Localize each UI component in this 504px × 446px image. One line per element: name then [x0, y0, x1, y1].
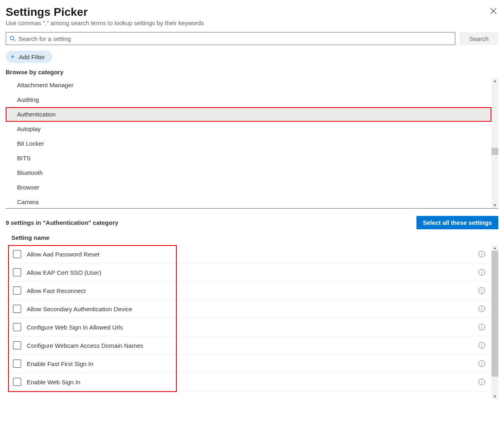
plus-icon: + — [11, 53, 15, 60]
info-icon[interactable]: i — [478, 379, 485, 385]
setting-name-label: Allow EAP Cert SSO (User) — [27, 269, 478, 276]
close-icon — [490, 8, 497, 14]
category-item[interactable]: Camera — [6, 195, 491, 208]
info-icon[interactable]: i — [478, 360, 485, 367]
setting-checkbox[interactable] — [13, 250, 21, 258]
category-list: Attachment ManagerAuditingAuthentication… — [6, 78, 491, 208]
category-item[interactable]: Attachment Manager — [6, 78, 491, 93]
setting-checkbox[interactable] — [13, 360, 21, 368]
info-icon[interactable]: i — [478, 251, 485, 257]
setting-row[interactable]: Enable Fast First Sign Ini — [6, 355, 491, 373]
select-all-button[interactable]: Select all these settings — [416, 216, 498, 229]
setting-row[interactable]: Configure Web Sign In Allowed Urlsi — [6, 318, 491, 336]
setting-name-label: Configure Web Sign In Allowed Urls — [27, 324, 478, 331]
setting-checkbox[interactable] — [13, 287, 21, 295]
scroll-down-icon[interactable]: ▼ — [493, 394, 497, 399]
info-icon[interactable]: i — [478, 287, 485, 294]
search-button[interactable]: Search — [459, 32, 498, 45]
page-title: Settings Picker — [6, 6, 204, 19]
setting-name-label: Configure Webcam Access Domain Names — [27, 342, 478, 349]
search-icon — [9, 35, 16, 42]
column-header-setting-name: Setting name — [6, 234, 498, 245]
settings-list: Allow Aad Password ResetiAllow EAP Cert … — [6, 245, 491, 399]
scroll-down-icon[interactable]: ▼ — [493, 203, 497, 208]
setting-row[interactable]: Allow Fast Reconnecti — [6, 282, 491, 300]
settings-scrollbar[interactable]: ▲ ▼ — [491, 245, 498, 399]
svg-point-0 — [10, 36, 14, 40]
scroll-up-icon[interactable]: ▲ — [493, 245, 497, 251]
scrollbar-thumb[interactable] — [491, 251, 498, 377]
svg-line-1 — [13, 39, 15, 41]
add-filter-label: Add Filter — [19, 54, 45, 60]
add-filter-button[interactable]: + Add Filter — [6, 51, 52, 63]
setting-name-label: Allow Aad Password Reset — [27, 251, 478, 258]
search-box[interactable] — [6, 32, 455, 45]
setting-row[interactable]: Allow Secondary Authentication Devicei — [6, 300, 491, 318]
setting-row[interactable]: Configure Webcam Access Domain Namesi — [6, 336, 491, 355]
setting-checkbox[interactable] — [13, 378, 21, 386]
setting-name-label: Allow Secondary Authentication Device — [27, 306, 478, 312]
setting-checkbox[interactable] — [13, 305, 21, 313]
browse-category-label: Browse by category — [6, 69, 498, 75]
close-button[interactable] — [489, 6, 498, 17]
info-icon[interactable]: i — [478, 342, 485, 349]
category-item[interactable]: Authentication — [6, 107, 491, 122]
info-icon[interactable]: i — [478, 306, 485, 312]
category-item[interactable]: Auditing — [6, 93, 491, 107]
scroll-up-icon[interactable]: ▲ — [493, 78, 497, 84]
setting-name-label: Allow Fast Reconnect — [27, 287, 478, 294]
setting-checkbox[interactable] — [13, 268, 21, 276]
setting-row[interactable]: Allow EAP Cert SSO (User)i — [6, 263, 491, 282]
setting-name-label: Enable Web Sign In — [27, 379, 478, 386]
category-item[interactable]: BITS — [6, 151, 491, 166]
setting-checkbox[interactable] — [13, 323, 21, 331]
info-icon[interactable]: i — [478, 269, 485, 276]
info-icon[interactable]: i — [478, 324, 485, 330]
category-item[interactable]: Autoplay — [6, 122, 491, 136]
category-item[interactable]: Browser — [6, 180, 491, 195]
results-count: 9 settings in "Authentication" category — [6, 219, 118, 226]
setting-row[interactable]: Enable Web Sign Ini — [6, 373, 491, 391]
category-scrollbar[interactable]: ▲ ▼ — [491, 78, 498, 208]
scrollbar-thumb[interactable] — [491, 148, 498, 155]
category-item[interactable]: Bluetooth — [6, 166, 491, 180]
page-subtitle: Use commas "," among search terms to loo… — [6, 19, 204, 26]
search-input[interactable] — [16, 35, 452, 42]
setting-checkbox[interactable] — [13, 341, 21, 349]
setting-name-label: Enable Fast First Sign In — [27, 360, 478, 367]
category-item[interactable]: Bit Locker — [6, 136, 491, 151]
setting-row[interactable]: Allow Aad Password Reseti — [6, 245, 491, 263]
